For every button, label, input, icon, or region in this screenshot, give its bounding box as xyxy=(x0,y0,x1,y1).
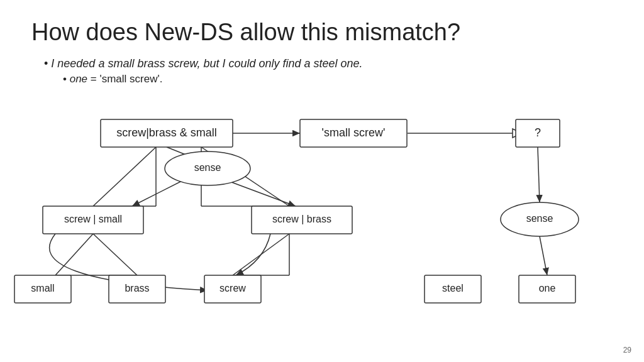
bullet-sub-rest: = 'small screw'. xyxy=(87,73,162,85)
label-small-screw: 'small screw' xyxy=(322,126,386,139)
label-screw-brass: screw | brass xyxy=(272,214,331,224)
tri-left-1 xyxy=(93,147,156,206)
arrow-sense-to-screw-small xyxy=(132,179,186,206)
label-question: ? xyxy=(535,126,541,139)
label-steel: steel xyxy=(442,283,464,293)
diagram-svg: screw|brass & small 'small screw' ? sens… xyxy=(0,97,644,361)
label-screw-small: screw | small xyxy=(64,214,122,224)
label-sense-top: sense xyxy=(194,162,221,173)
arrow-q-to-sense-right xyxy=(538,147,540,202)
label-screw-brass-small: screw|brass & small xyxy=(116,126,217,139)
label-screw: screw xyxy=(219,283,246,293)
slide-title: How does New-DS allow this mismatch? xyxy=(31,19,613,46)
label-one: one xyxy=(539,283,556,293)
diagram: screw|brass & small 'small screw' ? sens… xyxy=(0,97,644,361)
slide: How does New-DS allow this mismatch? I n… xyxy=(0,0,644,362)
label-sense-right: sense xyxy=(526,213,553,224)
arrow-sense-right-to-one xyxy=(540,236,547,275)
arrow-sense-to-screw-brass xyxy=(223,179,296,206)
tri-sm-left xyxy=(55,234,93,275)
bullet-main: I needed a small brass screw, but I coul… xyxy=(44,57,613,70)
label-brass: brass xyxy=(125,283,149,293)
label-small: small xyxy=(31,283,54,293)
tri-sm-right xyxy=(93,234,137,275)
bullet-sub: one = 'small screw'. xyxy=(63,73,613,85)
bullet-sub-italic: one xyxy=(70,73,87,85)
page-number: 29 xyxy=(623,346,631,354)
